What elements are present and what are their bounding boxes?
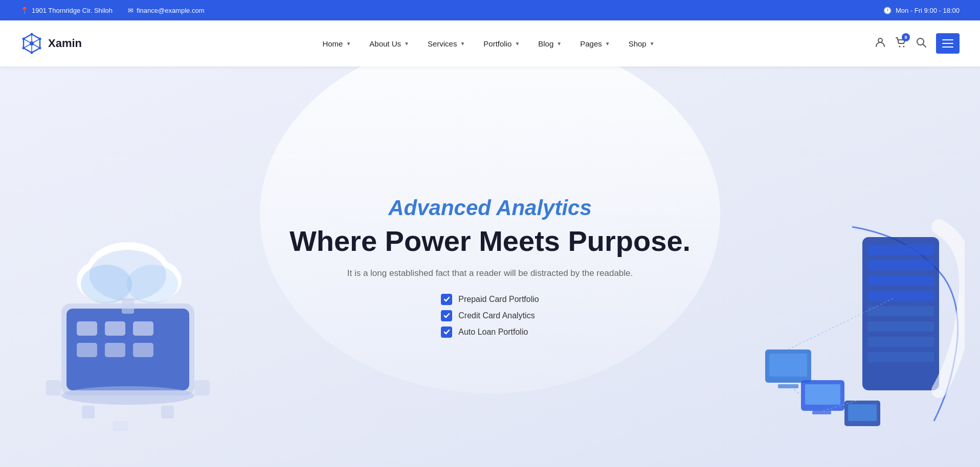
logo-icon	[20, 32, 43, 55]
chevron-down-icon: ▼	[556, 41, 562, 46]
svg-rect-18	[105, 321, 125, 336]
nav-blog[interactable]: Blog ▼	[530, 34, 570, 53]
svg-rect-39	[867, 275, 934, 286]
checklist-item-3: Auto Loan Portfolio	[441, 326, 528, 338]
nav-pages[interactable]: Pages ▼	[572, 34, 618, 53]
checklist-item-2: Credit Card Analytics	[441, 310, 534, 321]
svg-point-8	[31, 52, 33, 54]
svg-rect-38	[867, 260, 934, 270]
nav-about[interactable]: About Us ▼	[361, 34, 417, 53]
chevron-down-icon: ▼	[605, 41, 610, 46]
hero-subtitle: Advanced Analytics	[289, 196, 691, 220]
nav-portfolio[interactable]: Portfolio ▼	[475, 34, 528, 53]
hours-text: Mon - Fri 9:00 - 18:00	[896, 7, 960, 14]
logo-text: Xamin	[48, 37, 82, 50]
chevron-down-icon: ▼	[346, 41, 351, 46]
checklist-label-2: Credit Card Analytics	[458, 311, 534, 320]
svg-rect-19	[133, 321, 153, 336]
header: Xamin Home ▼ About Us ▼ Services ▼ Portf…	[0, 20, 980, 66]
user-icon[interactable]	[875, 37, 886, 51]
topbar-right: 🕐 Mon - Fri 9:00 - 18:00	[883, 7, 960, 14]
cart-badge: 8	[902, 33, 910, 41]
hero-checklist: Prepaid Card Portfolio Credit Card Analy…	[441, 294, 539, 338]
svg-rect-37	[867, 245, 934, 255]
topbar: 📍 1901 Thornridge Cir. Shiloh ✉ finance@…	[0, 0, 980, 20]
svg-point-5	[31, 33, 33, 36]
svg-rect-40	[867, 291, 934, 301]
checklist-label-3: Auto Loan Portfolio	[458, 328, 528, 337]
svg-point-7	[39, 47, 41, 50]
svg-rect-24	[46, 380, 61, 395]
svg-point-12	[899, 45, 901, 47]
svg-rect-28	[113, 421, 128, 431]
check-icon-3	[441, 326, 452, 338]
main-nav: Home ▼ About Us ▼ Services ▼ Portfolio ▼…	[102, 34, 875, 53]
hero-section: Advanced Analytics Where Power Meets Pur…	[0, 66, 980, 467]
svg-point-13	[903, 45, 905, 47]
hero-right-illustration	[750, 196, 965, 462]
email-item: ✉ finance@example.com	[128, 7, 204, 14]
svg-point-4	[30, 41, 34, 45]
svg-rect-20	[77, 343, 97, 357]
hamburger-button[interactable]	[936, 33, 960, 54]
svg-rect-22	[133, 343, 153, 357]
svg-rect-41	[867, 306, 934, 316]
topbar-left: 📍 1901 Thornridge Cir. Shiloh ✉ finance@…	[20, 7, 204, 14]
cloud-device-svg	[31, 191, 225, 457]
svg-rect-52	[848, 404, 877, 421]
checklist-label-1: Prepaid Card Portfolio	[458, 295, 539, 304]
svg-rect-21	[105, 343, 125, 357]
svg-rect-42	[867, 321, 934, 332]
hamburger-line	[942, 39, 953, 40]
chevron-down-icon: ▼	[460, 41, 465, 46]
email-icon: ✉	[128, 7, 133, 14]
nav-home[interactable]: Home ▼	[314, 34, 359, 53]
svg-rect-46	[769, 354, 807, 377]
hero-left-illustration	[31, 191, 225, 457]
svg-rect-47	[778, 384, 798, 388]
svg-rect-27	[161, 406, 174, 418]
svg-point-10	[23, 38, 25, 40]
svg-rect-50	[812, 411, 831, 414]
address-text: 1901 Thornridge Cir. Shiloh	[32, 7, 113, 14]
svg-rect-17	[77, 321, 97, 336]
svg-point-11	[878, 38, 882, 42]
check-icon-2	[441, 310, 452, 321]
svg-point-9	[23, 47, 25, 50]
svg-rect-49	[805, 384, 840, 405]
svg-point-6	[39, 38, 41, 40]
clock-icon: 🕐	[883, 7, 892, 14]
chevron-down-icon: ▼	[515, 41, 520, 46]
data-server-svg	[750, 196, 965, 462]
chevron-down-icon: ▼	[650, 41, 655, 46]
logo[interactable]: Xamin	[20, 32, 102, 55]
check-icon-1	[441, 294, 452, 305]
hero-description: It is a long established fact that a rea…	[289, 268, 691, 278]
cart-icon[interactable]: 8	[895, 37, 906, 51]
chevron-down-icon: ▼	[404, 41, 409, 46]
search-icon[interactable]	[916, 37, 927, 51]
nav-services[interactable]: Services ▼	[419, 34, 473, 53]
svg-rect-44	[867, 352, 934, 362]
svg-rect-43	[867, 337, 934, 347]
svg-rect-25	[194, 380, 210, 395]
svg-point-33	[81, 265, 132, 303]
nav-shop[interactable]: Shop ▼	[620, 34, 663, 53]
hamburger-line	[942, 46, 953, 48]
hero-content: Advanced Analytics Where Power Meets Pur…	[289, 196, 691, 338]
header-actions: 8	[875, 33, 960, 54]
svg-rect-35	[122, 298, 134, 314]
svg-point-34	[127, 265, 178, 303]
location-icon: 📍	[20, 7, 29, 14]
checklist-item-1: Prepaid Card Portfolio	[441, 294, 539, 305]
svg-point-23	[61, 386, 194, 405]
address-item: 📍 1901 Thornridge Cir. Shiloh	[20, 7, 113, 14]
email-text: finance@example.com	[137, 7, 204, 14]
hero-title: Where Power Meets Purpose.	[289, 225, 691, 257]
svg-rect-26	[82, 406, 95, 418]
hamburger-line	[942, 43, 953, 44]
